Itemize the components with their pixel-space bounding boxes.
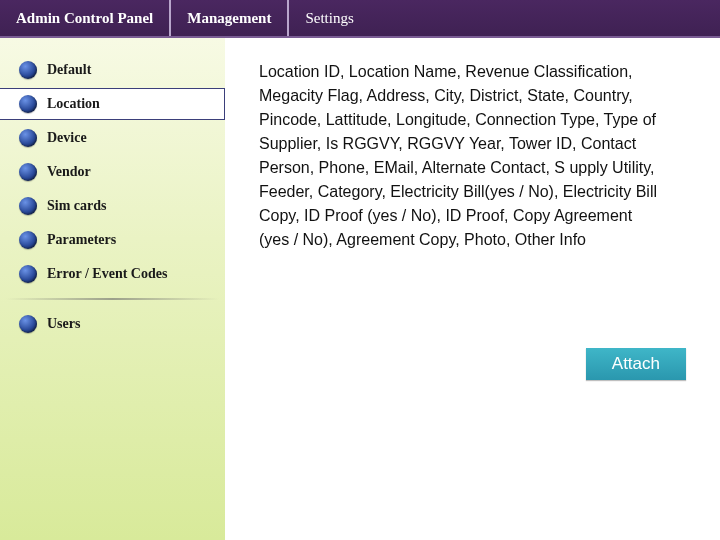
bullet-icon — [19, 129, 37, 147]
bullet-icon — [19, 315, 37, 333]
sidebar: Default Location Device Vendor Sim cards… — [0, 38, 225, 540]
topnav-settings[interactable]: Settings — [289, 0, 369, 36]
attach-button[interactable]: Attach — [586, 348, 686, 380]
app-root: Admin Control Panel Management Settings … — [0, 0, 720, 540]
bullet-icon — [19, 265, 37, 283]
sidebar-item-parameters[interactable]: Parameters — [0, 224, 225, 256]
app-body: Default Location Device Vendor Sim cards… — [0, 38, 720, 540]
sidebar-item-label: Default — [47, 62, 91, 78]
sidebar-item-sim-cards[interactable]: Sim cards — [0, 190, 225, 222]
bullet-icon — [19, 163, 37, 181]
topnav-admin-control-panel[interactable]: Admin Control Panel — [0, 0, 171, 36]
bullet-icon — [19, 61, 37, 79]
sidebar-item-label: Error / Event Codes — [47, 266, 167, 282]
sidebar-item-label: Parameters — [47, 232, 116, 248]
sidebar-item-users[interactable]: Users — [0, 308, 225, 340]
bullet-icon — [19, 95, 37, 113]
sidebar-item-location[interactable]: Location — [0, 88, 225, 120]
sidebar-item-label: Location — [47, 96, 100, 112]
topnav-management[interactable]: Management — [171, 0, 289, 36]
topnav-label: Settings — [305, 10, 353, 27]
bullet-icon — [19, 231, 37, 249]
topnav-label: Admin Control Panel — [16, 10, 153, 27]
sidebar-item-label: Vendor — [47, 164, 91, 180]
top-nav: Admin Control Panel Management Settings — [0, 0, 720, 38]
sidebar-separator — [6, 298, 219, 300]
topnav-label: Management — [187, 10, 271, 27]
sidebar-item-label: Device — [47, 130, 87, 146]
sidebar-item-error-event-codes[interactable]: Error / Event Codes — [0, 258, 225, 290]
location-fields-text: Location ID, Location Name, Revenue Clas… — [259, 60, 659, 252]
main-content: Location ID, Location Name, Revenue Clas… — [225, 38, 720, 540]
attach-button-label: Attach — [612, 354, 660, 373]
sidebar-item-label: Sim cards — [47, 198, 107, 214]
sidebar-item-device[interactable]: Device — [0, 122, 225, 154]
sidebar-item-label: Users — [47, 316, 80, 332]
sidebar-item-vendor[interactable]: Vendor — [0, 156, 225, 188]
sidebar-item-default[interactable]: Default — [0, 54, 225, 86]
bullet-icon — [19, 197, 37, 215]
